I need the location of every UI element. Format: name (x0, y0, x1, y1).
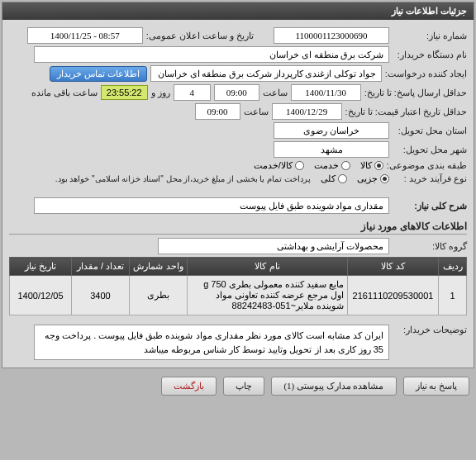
info-panel: جزئیات اطلاعات نیاز شماره نیاز: تاریخ و … (2, 2, 474, 368)
category-label: طبقه بندی موضوعی: (387, 160, 467, 171)
radio-service-label: خدمت (314, 160, 339, 171)
buyer-org-label: نام دستگاه خریدار: (393, 50, 467, 60)
table-header-row: ردیف کد کالا نام کالا واحد شمارش تعداد /… (10, 258, 467, 276)
buy-type-label: نوع فرآیند خرید : (393, 173, 467, 184)
radio-full-label: کلی (321, 173, 336, 184)
category-radio-group: کالا خدمت کالا/خدمت (254, 160, 383, 171)
province-field[interactable] (274, 122, 389, 139)
countdown-timer: 23:55:22 (101, 85, 148, 100)
radio-goods[interactable]: کالا (360, 160, 383, 171)
th-code: کد کالا (348, 258, 439, 276)
panel-body: شماره نیاز: تاریخ و ساعت اعلان عمومی: نا… (2, 20, 474, 368)
buyer-notes-box: ایران کد مشابه است کالای مورد نظر مقداری… (34, 325, 389, 360)
buy-type-radio-group: جزیی کلی (321, 173, 389, 184)
deadline-time-field[interactable] (214, 84, 259, 101)
th-qty: تعداد / مقدار (72, 258, 130, 276)
contact-buyer-button[interactable]: اطلاعات تماس خریدار (50, 66, 147, 82)
th-idx: ردیف (439, 258, 467, 276)
cell-date: 1400/12/05 (10, 276, 72, 315)
radio-dot-icon (338, 174, 347, 183)
province-label: استان محل تحویل: (393, 126, 467, 136)
th-unit: واحد شمارش (130, 258, 188, 276)
cell-name: مایع سفید کننده معمولی بطری 750 g اول مر… (188, 276, 348, 315)
radio-full[interactable]: کلی (321, 173, 347, 184)
validity-time-field[interactable] (195, 103, 240, 120)
days-field[interactable] (174, 84, 211, 101)
back-button[interactable]: بازگشت (161, 377, 217, 396)
radio-dot-icon (380, 174, 389, 183)
cell-code: 2161110209530001 (348, 276, 439, 315)
group-label: گروه کالا: (393, 241, 467, 252)
table-row[interactable]: 1 2161110209530001 مایع سفید کننده معمول… (10, 276, 467, 315)
radio-goods-service[interactable]: کالا/خدمت (254, 160, 304, 171)
creator-field[interactable] (150, 65, 382, 82)
buyer-notes-label: توضیحات خریدار: (393, 325, 467, 335)
remain-label: ساعت باقی مانده (31, 88, 98, 98)
hour-label-1: ساعت (263, 88, 288, 98)
items-table: ردیف کد کالا نام کالا واحد شمارش تعداد /… (9, 257, 467, 315)
radio-dot-icon (341, 161, 350, 170)
footer-buttons: پاسخ به نیاز مشاهده مدارک پیوستی (1) چاپ… (0, 370, 476, 402)
buyer-org-field[interactable] (34, 46, 389, 63)
panel-title: جزئیات اطلاعات نیاز (2, 2, 474, 20)
city-field[interactable] (274, 141, 389, 158)
radio-service[interactable]: خدمت (314, 160, 350, 171)
validity-date-field[interactable] (272, 103, 342, 120)
cell-idx: 1 (439, 276, 467, 315)
summary-field[interactable] (34, 197, 389, 214)
deadline-label: حداقل ارسال پاسخ: تا تاریخ: (364, 88, 467, 98)
req-no-field[interactable] (274, 27, 389, 44)
pub-datetime-label: تاریخ و ساعت اعلان عمومی: (146, 31, 254, 41)
deadline-date-field[interactable] (291, 84, 361, 101)
goods-info-title: اطلاعات کالاهای مورد نیاز (9, 221, 467, 235)
group-field[interactable] (158, 238, 389, 254)
print-button[interactable]: چاپ (223, 377, 264, 396)
radio-partial[interactable]: جزیی (357, 173, 389, 184)
validity-label: حداقل تاریخ اعتبار قیمت: تا تاریخ: (345, 107, 467, 117)
creator-label: ایجاد کننده درخواست: (385, 69, 467, 79)
radio-dot-icon (374, 161, 383, 170)
cell-unit: بطری (130, 276, 188, 315)
radio-goods-service-label: کالا/خدمت (254, 160, 293, 171)
radio-dot-icon (295, 161, 304, 170)
attachments-button[interactable]: مشاهده مدارک پیوستی (1) (271, 377, 396, 396)
th-name: نام کالا (188, 258, 348, 276)
day-label: روز و (151, 88, 170, 98)
pub-datetime-field[interactable] (27, 27, 143, 44)
summary-label: شرح کلی نیاز: (393, 201, 467, 211)
buy-note: پرداخت تمام یا بخشی از مبلغ خرید،از محل … (55, 174, 311, 183)
city-label: شهر محل تحویل: (393, 145, 467, 155)
cell-qty: 3400 (72, 276, 130, 315)
req-no-label: شماره نیاز: (393, 31, 467, 41)
reply-button[interactable]: پاسخ به نیاز (403, 377, 470, 396)
hour-label-2: ساعت (244, 107, 269, 117)
radio-partial-label: جزیی (357, 173, 378, 184)
radio-goods-label: کالا (360, 160, 372, 171)
th-date: تاریخ نیاز (10, 258, 72, 276)
